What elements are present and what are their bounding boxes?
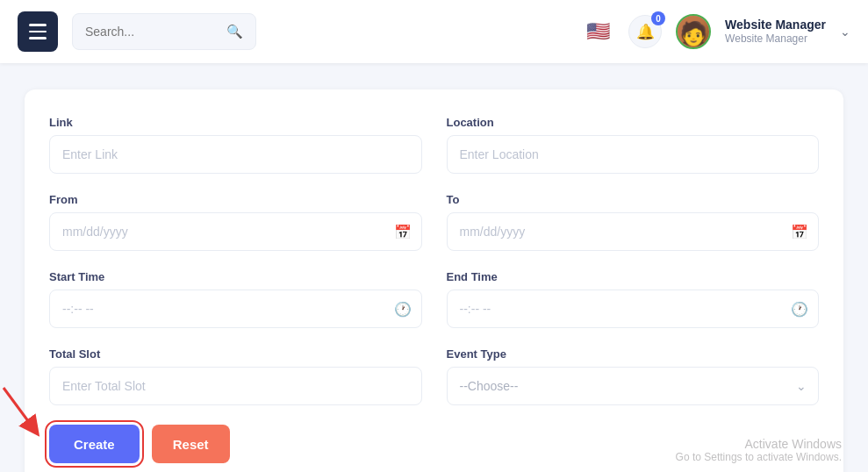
end-time-label: End Time: [447, 270, 820, 283]
search-box: 🔍: [72, 13, 256, 50]
menu-button[interactable]: [18, 11, 58, 52]
start-time-group: Start Time 🕐: [49, 270, 422, 328]
start-time-label: Start Time: [49, 270, 422, 283]
svg-line-0: [4, 388, 33, 428]
link-input[interactable]: [49, 135, 422, 174]
total-slot-label: Total Slot: [49, 347, 422, 361]
event-type-label: Event Type: [447, 347, 820, 361]
event-type-group: Event Type --Choose-- ⌄: [447, 347, 820, 405]
form-row-4: Total Slot Event Type --Choose-- ⌄: [49, 347, 819, 405]
to-input-wrap: 📅: [447, 212, 820, 251]
form-row-3: Start Time 🕐 End Time 🕐: [49, 270, 819, 328]
to-input[interactable]: [447, 212, 820, 251]
end-time-input[interactable]: [447, 290, 820, 328]
activate-windows-subtitle: Go to Settings to activate Windows.: [676, 451, 842, 463]
navbar: 🔍 🇺🇸 🔔 0 🧑 Website Manager Website Manag…: [0, 0, 868, 63]
notification-badge: 0: [651, 11, 665, 25]
total-slot-group: Total Slot: [49, 347, 422, 405]
to-group: To 📅: [447, 193, 820, 251]
link-group: Link: [49, 116, 422, 174]
to-label: To: [447, 193, 820, 206]
flag-icon[interactable]: 🇺🇸: [581, 15, 614, 48]
search-input[interactable]: [85, 25, 221, 39]
end-time-input-wrap: 🕐: [447, 290, 820, 328]
form-card: Link Location From 📅 To 📅: [25, 89, 843, 472]
location-label: Location: [447, 116, 820, 129]
total-slot-input[interactable]: [49, 367, 422, 405]
avatar: 🧑: [676, 14, 711, 49]
event-type-select[interactable]: --Choose--: [447, 367, 820, 405]
start-time-input[interactable]: [49, 290, 422, 328]
form-row-1: Link Location: [49, 116, 819, 174]
user-role: Website Manager: [725, 32, 826, 46]
create-button[interactable]: Create: [49, 425, 140, 463]
end-time-group: End Time 🕐: [447, 270, 820, 328]
form-row-2: From 📅 To 📅: [49, 193, 819, 251]
location-group: Location: [447, 116, 820, 174]
main-content: Link Location From 📅 To 📅: [0, 63, 868, 472]
search-icon: 🔍: [226, 24, 243, 39]
bell-wrap: 🔔 0: [628, 15, 662, 48]
location-input[interactable]: [447, 135, 820, 174]
event-type-select-wrap: --Choose-- ⌄: [447, 367, 820, 405]
red-arrow-annotation: [0, 379, 56, 440]
from-label: From: [49, 193, 422, 206]
user-name: Website Manager: [725, 17, 826, 32]
nav-right: 🇺🇸 🔔 0 🧑 Website Manager Website Manager…: [581, 14, 850, 49]
start-time-input-wrap: 🕐: [49, 290, 422, 328]
from-input[interactable]: [49, 212, 422, 251]
from-input-wrap: 📅: [49, 212, 422, 251]
user-info: Website Manager Website Manager: [725, 17, 826, 46]
from-group: From 📅: [49, 193, 422, 251]
chevron-down-icon[interactable]: ⌄: [840, 25, 850, 39]
activate-windows: Activate Windows Go to Settings to activ…: [676, 437, 842, 463]
activate-windows-title: Activate Windows: [676, 437, 842, 451]
avatar-img: 🧑: [678, 16, 709, 47]
link-label: Link: [49, 116, 422, 129]
reset-button[interactable]: Reset: [152, 425, 230, 463]
